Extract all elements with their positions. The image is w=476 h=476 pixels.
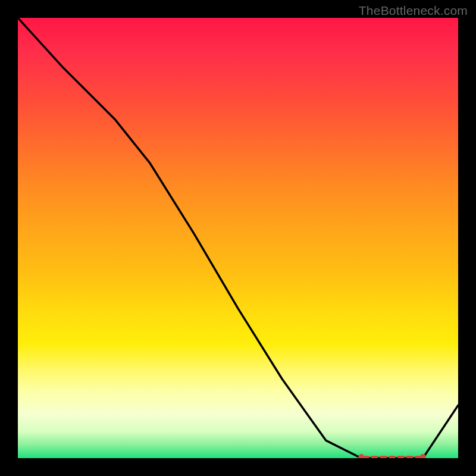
chart-container: TheBottleneck.com bbox=[0, 0, 476, 476]
plot-gradient-background bbox=[18, 18, 458, 458]
attribution-text: TheBottleneck.com bbox=[359, 4, 468, 18]
